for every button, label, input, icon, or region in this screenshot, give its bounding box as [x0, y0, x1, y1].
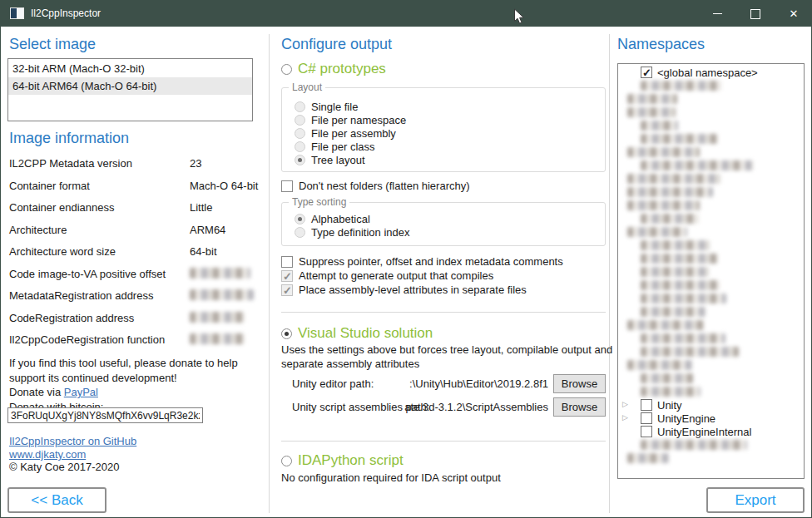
info-row: CodeRegistration address: [9, 308, 259, 330]
layout-option-file-per-namespace[interactable]: File per namespace: [295, 114, 406, 126]
suppress-comments-checkbox[interactable]: [281, 256, 293, 268]
info-label: Il2CppCodeRegistration function: [9, 333, 165, 346]
generate-compiles-checkbox[interactable]: [281, 270, 293, 282]
title-bar[interactable]: Il2CppInspector: [1, 1, 811, 27]
expander-icon[interactable]: [622, 400, 628, 408]
file-per-namespace-radio[interactable]: [295, 115, 305, 126]
browse-unity-script-button[interactable]: Browse: [553, 397, 606, 417]
namespace-item-redacted: [627, 320, 704, 330]
type-definition-index-radio[interactable]: [295, 227, 305, 238]
visual-studio-solution-label: Visual Studio solution: [298, 325, 433, 342]
info-value-redacted: [190, 268, 250, 279]
flatten-hierarchy-checkbox[interactable]: [281, 180, 293, 192]
namespace-item: [618, 79, 804, 92]
layout-option-file-per-class[interactable]: File per class: [295, 141, 375, 153]
alphabetical-radio[interactable]: [295, 214, 305, 224]
image-list-item[interactable]: 64-bit ARM64 (Mach-O 64-bit): [8, 77, 252, 95]
idapython-script-option[interactable]: IDAPython script: [281, 452, 404, 469]
csharp-prototypes-option[interactable]: C# prototypes: [281, 61, 386, 77]
generate-compiles-option[interactable]: Attempt to generate output that compiles: [281, 269, 493, 282]
namespace-item[interactable]: UnityEngine: [618, 412, 804, 425]
csharp-prototypes-radio[interactable]: [281, 64, 292, 75]
visual-studio-solution-radio[interactable]: [281, 328, 292, 339]
layout-option-file-per-assembly[interactable]: File per assembly: [295, 127, 396, 140]
browse-unity-editor-button[interactable]: Browse: [553, 374, 606, 393]
website-link[interactable]: www.djkaty.com: [9, 448, 86, 461]
copyright-text: © Katy Coe 2017-2020: [9, 461, 119, 473]
namespace-item: [618, 119, 804, 132]
single-file-radio[interactable]: [295, 101, 305, 112]
info-value: 23: [190, 157, 201, 170]
file-per-assembly-radio[interactable]: [295, 128, 305, 139]
unity-editor-path-label: Unity editor path:: [292, 377, 374, 390]
divider-left-middle: [269, 34, 270, 513]
namespace-item-redacted: [627, 360, 692, 370]
namespace-tree[interactable]: <global namespace>UnityUnityEngineUnityE…: [617, 63, 805, 479]
namespace-item: [618, 438, 804, 451]
close-button[interactable]: [775, 1, 812, 27]
assembly-attributes-option[interactable]: Place assembly-level attributes in separ…: [281, 284, 527, 296]
image-listbox[interactable]: 32-bit ARM (Mach-O 32-bit)64-bit ARM64 (…: [7, 58, 253, 121]
minimize-button[interactable]: [698, 1, 736, 27]
type-sorting-groupbox: Type sorting Alphabetical Type definitio…: [281, 202, 606, 246]
namespace-item-redacted: [641, 307, 706, 317]
namespace-item-redacted: [641, 294, 726, 303]
info-value-redacted: [190, 312, 245, 323]
namespace-label: UnityEngine: [657, 412, 715, 425]
info-row: MetadataRegistration address: [9, 285, 259, 308]
namespace-item-redacted: [641, 121, 678, 131]
vs-description-line2: separate assembly attributes: [281, 358, 419, 370]
idapython-script-radio[interactable]: [281, 456, 292, 466]
layout-groupbox: Layout Single file File per namespace Fi…: [281, 87, 606, 172]
visual-studio-solution-option[interactable]: Visual Studio solution: [281, 325, 433, 342]
type-definition-index-label: Type definition index: [311, 226, 410, 239]
file-per-namespace-label: File per namespace: [311, 114, 406, 126]
github-link[interactable]: Il2CppInspector on GitHub: [9, 435, 136, 447]
unity-editor-path-input[interactable]: :\Unity\Hub\Editor\2019.2.8f1: [365, 377, 548, 390]
layout-option-single-file[interactable]: Single file: [295, 101, 358, 113]
maximize-button[interactable]: [736, 1, 775, 27]
donation-line1: If you find this tool useful, please don…: [9, 356, 259, 371]
paypal-link[interactable]: PayPal: [64, 386, 98, 398]
info-label: IL2CPP Metadata version: [9, 157, 132, 170]
bitcoin-address-input[interactable]: [7, 407, 203, 423]
namespace-checkbox[interactable]: [641, 67, 652, 78]
type-sorting-alphabetical-option[interactable]: Alphabetical: [295, 213, 370, 225]
namespace-checkbox[interactable]: [641, 399, 652, 411]
namespace-item-redacted: [627, 147, 700, 157]
assembly-attributes-checkbox[interactable]: [281, 284, 293, 296]
info-row: IL2CPP Metadata version23: [9, 153, 259, 175]
suppress-comments-option[interactable]: Suppress pointer, offset and index metad…: [281, 255, 563, 268]
namespace-item: [618, 265, 804, 279]
info-label: Architecture word size: [9, 245, 116, 258]
namespace-item[interactable]: UnityEngineInternal: [618, 425, 804, 438]
namespace-item-redacted: [627, 94, 677, 104]
namespace-item[interactable]: <global namespace>: [618, 66, 804, 79]
layout-option-tree-layout[interactable]: Tree layout: [295, 154, 365, 166]
namespace-item: [618, 372, 804, 385]
type-sorting-defindex-option[interactable]: Type definition index: [295, 226, 410, 239]
namespace-item: [618, 305, 804, 318]
flatten-hierarchy-label: Don't nest folders (flatten hierarchy): [299, 180, 470, 192]
idapython-script-label: IDAPython script: [298, 452, 404, 469]
file-per-class-label: File per class: [311, 141, 375, 153]
namespace-checkbox[interactable]: [641, 426, 652, 437]
type-sorting-group-title: Type sorting: [289, 196, 349, 208]
info-row: Il2CppCodeRegistration function: [9, 329, 259, 352]
separator-above-ida: [281, 441, 606, 442]
namespace-item[interactable]: Unity: [618, 398, 804, 412]
namespace-item-redacted: [627, 107, 676, 117]
expander-icon[interactable]: [622, 413, 628, 422]
namespace-item-redacted: [641, 347, 739, 357]
export-button[interactable]: Export: [706, 487, 805, 513]
namespace-checkbox[interactable]: [641, 412, 652, 424]
info-row: Code image-to-VA positive offset: [9, 264, 259, 286]
flatten-hierarchy-option[interactable]: Don't nest folders (flatten hierarchy): [281, 180, 470, 192]
info-label: Container endianness: [9, 201, 114, 214]
tree-layout-radio[interactable]: [295, 155, 305, 165]
back-button[interactable]: << Back: [7, 487, 106, 513]
info-row: Container formatMach-O 64-bit: [9, 175, 259, 198]
file-per-class-radio[interactable]: [295, 141, 305, 152]
image-list-item[interactable]: 32-bit ARM (Mach-O 32-bit): [8, 60, 252, 77]
unity-script-path-input[interactable]: ate.3d-3.1.2\ScriptAssemblies: [365, 401, 548, 413]
